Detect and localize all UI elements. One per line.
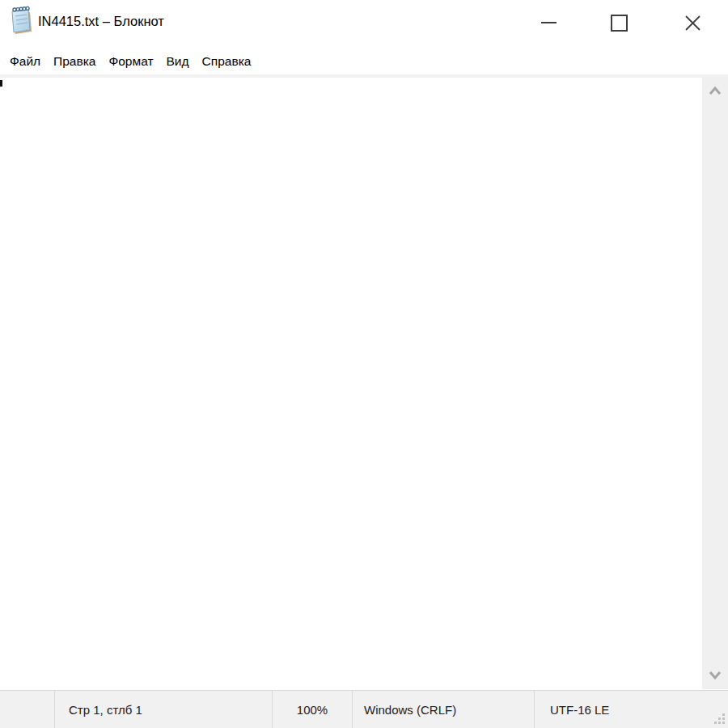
minimize-icon: [541, 22, 557, 23]
status-zoom-level: 100%: [273, 691, 353, 728]
menu-view[interactable]: Вид: [160, 54, 196, 69]
vertical-scrollbar[interactable]: [702, 77, 728, 689]
text-caret: [0, 80, 2, 87]
status-bar: Стр 1, стлб 1 100% Windows (CRLF) UTF-16…: [0, 690, 728, 728]
notepad-window: IN4415.txt – Блокнот Файл Правка Формат …: [0, 0, 728, 728]
maximize-icon: [611, 15, 628, 32]
menu-format[interactable]: Формат: [102, 54, 159, 69]
chevron-down-icon: [707, 670, 723, 681]
menu-help[interactable]: Справка: [196, 54, 258, 69]
scroll-down-button[interactable]: [702, 663, 728, 688]
scroll-up-button[interactable]: [702, 78, 728, 103]
maximize-button[interactable]: [600, 4, 637, 41]
close-button[interactable]: [674, 4, 711, 41]
menu-file[interactable]: Файл: [3, 54, 47, 69]
window-title: IN4415.txt – Блокнот: [38, 14, 164, 29]
chevron-up-icon: [707, 85, 723, 96]
minimize-button[interactable]: [530, 4, 567, 41]
title-bar: IN4415.txt – Блокнот: [0, 0, 728, 49]
menu-bar: Файл Правка Формат Вид Справка: [0, 49, 728, 74]
status-cursor-position: Стр 1, стлб 1: [55, 691, 273, 728]
text-editor-area[interactable]: [0, 78, 702, 690]
close-icon: [684, 15, 701, 32]
status-line-ending: Windows (CRLF): [353, 691, 535, 728]
status-spacer: [0, 691, 55, 728]
status-encoding: UTF-16 LE: [535, 691, 728, 728]
notepad-icon: [6, 6, 34, 36]
resize-grip[interactable]: [714, 713, 726, 725]
menu-edit[interactable]: Правка: [47, 54, 102, 69]
